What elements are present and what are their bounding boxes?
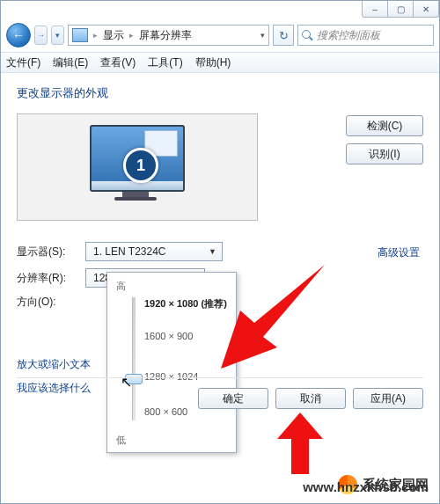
divider xyxy=(17,377,423,378)
chevron-right-icon: ▸ xyxy=(128,31,136,40)
preview-row: 1 检测(C) 识别(I) xyxy=(17,113,423,235)
watermark-url: www.hnzxkhsb.com xyxy=(303,479,429,494)
minimize-button[interactable]: – xyxy=(362,1,388,18)
search-icon xyxy=(302,30,313,41)
history-dropdown[interactable]: ▾ xyxy=(51,26,64,45)
resolution-slider-popup: 高 1920 × 1080 (推荐) 1600 × 900 1280 × 102… xyxy=(106,272,237,453)
breadcrumb-current[interactable]: 屏幕分辨率 xyxy=(139,28,192,43)
caption-buttons: – ▢ ✕ xyxy=(363,1,439,20)
slider-low-label: 低 xyxy=(116,434,126,447)
display-row: 显示器(S): 1. LEN T2324C ▼ xyxy=(17,242,423,261)
monitor-preview[interactable]: 1 xyxy=(17,113,258,221)
cancel-button[interactable]: 取消 xyxy=(275,388,346,409)
refresh-button[interactable]: ↻ xyxy=(273,25,294,46)
back-button[interactable]: ← xyxy=(6,23,31,47)
side-buttons: 检测(C) 识别(I) xyxy=(346,113,423,164)
address-dropdown-icon[interactable]: ▾ xyxy=(260,31,265,40)
display-value: 1. LEN T2324C xyxy=(93,245,166,258)
ok-button[interactable]: 确定 xyxy=(198,388,268,409)
slider-high-label: 高 xyxy=(116,281,126,291)
detect-button[interactable]: 检测(C) xyxy=(346,115,423,136)
menu-tools[interactable]: 工具(T) xyxy=(148,55,182,70)
orientation-label: 方向(O): xyxy=(17,295,85,310)
apply-button[interactable]: 应用(A) xyxy=(353,388,423,409)
identify-button[interactable]: 识别(I) xyxy=(346,143,423,164)
resolution-slider-thumb[interactable] xyxy=(125,374,143,384)
menu-help[interactable]: 帮助(H) xyxy=(195,55,231,70)
chevron-right-icon: ▸ xyxy=(92,31,99,40)
chevron-down-icon: ▼ xyxy=(200,247,216,256)
menu-view[interactable]: 查看(V) xyxy=(100,55,136,70)
resolution-option[interactable]: 800 × 600 xyxy=(144,406,187,417)
forward-button[interactable]: → xyxy=(34,26,48,45)
maximize-button[interactable]: ▢ xyxy=(387,1,414,18)
display-label: 显示器(S): xyxy=(17,245,85,259)
resolution-slider-track[interactable] xyxy=(132,297,136,420)
link-advanced-settings[interactable]: 高级设置 xyxy=(378,245,420,260)
menu-edit[interactable]: 编辑(E) xyxy=(53,55,88,70)
menu-file[interactable]: 文件(F) xyxy=(6,55,40,70)
resolution-option[interactable]: 1280 × 1024 xyxy=(144,371,198,382)
menu-bar: 文件(F) 编辑(E) 查看(V) 工具(T) 帮助(H) xyxy=(1,52,439,73)
close-button[interactable]: ✕ xyxy=(413,1,439,18)
resolution-option[interactable]: 1600 × 900 xyxy=(144,331,193,341)
window: – ▢ ✕ ← → ▾ ▸ 显示 ▸ 屏幕分辨率 ▾ ↻ 搜索控制面板 文件(F… xyxy=(0,0,440,504)
resolution-option[interactable]: 1920 × 1080 (推荐) xyxy=(144,297,227,310)
display-icon xyxy=(72,28,88,42)
dialog-buttons: 确定 取消 应用(A) xyxy=(198,388,423,409)
search-placeholder: 搜索控制面板 xyxy=(317,28,380,43)
monitor-icon: 1 xyxy=(90,125,181,204)
breadcrumb-root[interactable]: 显示 xyxy=(103,28,124,43)
monitor-number: 1 xyxy=(123,148,158,183)
page-title: 更改显示器的外观 xyxy=(17,85,423,101)
search-input[interactable]: 搜索控制面板 xyxy=(297,25,434,46)
resolution-label: 分辨率(R): xyxy=(17,271,85,286)
nav-row: ← → ▾ ▸ 显示 ▸ 屏幕分辨率 ▾ ↻ 搜索控制面板 xyxy=(1,20,439,50)
address-bar[interactable]: ▸ 显示 ▸ 屏幕分辨率 ▾ xyxy=(68,25,269,46)
display-combo[interactable]: 1. LEN T2324C ▼ xyxy=(85,242,223,261)
